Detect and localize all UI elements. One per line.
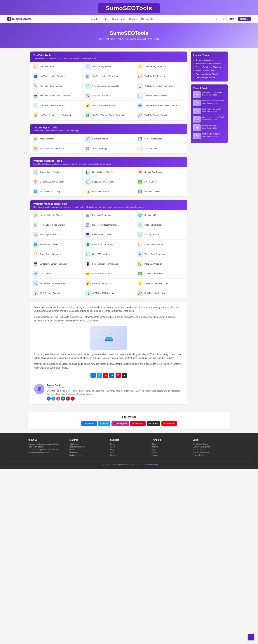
social-share-button[interactable]: P <box>115 372 121 378</box>
tool-item[interactable]: 📉 YouTube Channel Statistics <box>30 101 83 110</box>
brand[interactable]: S SumoSEOTools <box>7 17 32 21</box>
nav-levels[interactable]: Levels ▾ <box>91 18 100 20</box>
author-social-button[interactable]: P <box>71 396 75 400</box>
tool-item[interactable]: ✏️ YouTube Title Generator <box>30 81 83 91</box>
popular-tool-item[interactable]: Adsense Calculator <box>193 58 225 62</box>
tool-item[interactable]: 🌐 What Is My Browser <box>30 240 83 249</box>
tool-item[interactable]: 🏆 Domain Authority Checker <box>30 177 83 187</box>
footer-col-link[interactable]: Changelog <box>69 451 106 454</box>
login-button[interactable]: Login <box>226 17 236 21</box>
tool-item[interactable]: ✅ DA PA Checker <box>135 177 187 187</box>
social-share-button[interactable]: t <box>97 372 102 378</box>
tool-item[interactable]: 🏷️ Meta Tag Generator <box>135 220 187 230</box>
tool-item[interactable]: 🔎 DNS Records Checker <box>135 288 187 298</box>
tool-item[interactable]: 📑 Text Compare <box>135 144 187 154</box>
footer-col-link[interactable]: Terms & Conditions <box>193 451 230 454</box>
footer-col-link[interactable]: Nunc nibh nisl, gravida non ipsum eu. <box>28 448 65 450</box>
recent-post-item[interactable]: 🏠 Where does it come from? December 24, … <box>193 116 225 122</box>
footer-col-link[interactable]: Portfolio <box>152 446 189 448</box>
tool-item[interactable]: 🖥️ What Is My Screen Resolution <box>30 259 83 269</box>
recent-post-item[interactable]: 🏠 The storms of the waves December 24, 2… <box>193 91 225 98</box>
footer-col-link[interactable]: Forums <box>152 454 189 456</box>
tool-item[interactable]: 🔍 Google Index Checker <box>30 167 83 177</box>
tool-item[interactable]: 📊 Moz Rank Checker <box>83 187 135 196</box>
author-social-button[interactable]: t <box>51 396 55 400</box>
social-share-button[interactable]: ● <box>122 372 127 378</box>
tool-item[interactable]: 💳 Credit Card Generator <box>83 269 135 278</box>
recent-post-item[interactable]: 🏠 Lovely and cosy apartment December 24,… <box>193 100 225 106</box>
nav-report[interactable]: Report Links <box>112 18 125 20</box>
tool-item[interactable]: 💾 Google Cache Checker <box>83 167 135 177</box>
tool-item[interactable]: 🔑 Keyword Density Checker <box>30 210 83 220</box>
tool-item[interactable]: 💰 Adsense Calculator <box>83 278 135 288</box>
footer-col-link[interactable]: FAQ <box>110 448 148 450</box>
tool-item[interactable]: ✅ Credit Card Validator <box>135 269 187 278</box>
social-share-button[interactable]: ▶ <box>103 372 108 378</box>
social-share-button[interactable]: in <box>109 372 114 378</box>
tool-item[interactable]: 👤 What Is My User Agent <box>83 240 135 249</box>
tool-item[interactable]: { } JSON to JSON Schema <box>83 288 135 298</box>
tool-item[interactable]: ☁️ Hosting Checker <box>135 230 187 240</box>
follow-button[interactable]: fFacebook <box>81 421 97 426</box>
tool-item[interactable]: 📊 YouTube Video Statistics <box>135 91 187 101</box>
footer-col-link[interactable]: Vestibulum ante ipsum primis ut lorem. <box>28 443 65 445</box>
footer-col-link[interactable]: Search <box>110 451 148 454</box>
tool-item[interactable]: 💰 YouTube Money Calculator <box>83 101 135 110</box>
tool-item[interactable]: 📱 Screen Resolution Simulator <box>83 259 135 269</box>
popular-tool-item[interactable]: Domain Authority Checker <box>193 72 225 76</box>
author-social-button[interactable]: ▶ <box>66 396 70 400</box>
nav-lang[interactable]: 🇺🇸 English ▾ <box>141 18 155 20</box>
author-social-button[interactable]: f <box>47 396 51 400</box>
tool-item[interactable]: 🔄 URL Rewriting Tool <box>135 134 187 144</box>
footer-col-link[interactable]: Feugiat condimentum velit. <box>28 451 65 454</box>
footer-col-link[interactable]: Partners with lobotis <box>69 446 106 448</box>
dark-mode-icon[interactable]: 🌙 <box>220 17 225 21</box>
follow-button[interactable]: 📷Instagram <box>111 421 129 426</box>
recent-post-item[interactable]: 🏠 Why do we use it? December 24, 2023 <box>193 124 225 131</box>
footer-col-link[interactable]: Blog <box>152 448 189 450</box>
footer-col-link[interactable]: Knowledge Center <box>193 443 230 445</box>
tool-item[interactable]: 📊 Open Graph Checker <box>135 240 187 249</box>
tool-item[interactable]: ↪️ Redirect Checker <box>135 187 187 196</box>
tool-item[interactable]: 📡 HTTP Status Code Checker <box>30 220 83 230</box>
footer-col-link[interactable]: Privacy Policy <box>193 454 230 456</box>
popular-tool-item[interactable]: Domain Age Checker <box>193 76 225 79</box>
tool-item[interactable]: #️⃣ Text to Hashtags <box>83 144 135 154</box>
author-social-button[interactable]: g <box>56 396 60 400</box>
footer-col-link[interactable]: Custom Development <box>193 446 230 448</box>
footer-col-link[interactable]: Contact Support <box>69 454 106 456</box>
tool-item[interactable]: 🌐 Whois Domain Lookup <box>30 187 83 196</box>
tool-item[interactable]: 📈 Open Graph Generator <box>30 249 83 259</box>
tool-item[interactable]: 🖼️ YouTube Channel Banner Downloader <box>83 110 135 120</box>
tool-item[interactable]: ❓ FAQ Schema Generator <box>30 288 83 298</box>
tool-item[interactable]: ✍️ Article Rewriter <box>30 134 83 144</box>
footer-col-link[interactable]: Home <box>110 443 148 445</box>
tool-item[interactable]: 🔗 Backlink Checker <box>83 134 135 144</box>
nav-blog[interactable]: Blog <box>103 18 108 20</box>
footer-col-link[interactable]: Help Center <box>69 443 106 445</box>
footer-col-link[interactable]: Events <box>152 451 189 454</box>
tool-item[interactable]: 🌐 YouTube Region Restriction Checker <box>135 101 187 110</box>
tool-item[interactable]: 🤖 Robots.txt Generator <box>83 210 135 220</box>
social-share-button[interactable]: f <box>90 372 96 378</box>
tool-item[interactable]: 🔬 Meta Tags Analyzer <box>30 230 83 240</box>
tool-item[interactable]: 🔗 URL Opener <box>30 269 83 278</box>
tool-item[interactable]: 🖼️ YouTube Channel Logo Downloader <box>30 110 83 120</box>
tool-item[interactable]: 🔎 YouTube Channel Search <box>135 110 187 120</box>
tool-item[interactable]: 🔀 Backwards Text Generator <box>30 144 83 154</box>
footer-col-link[interactable]: Fuelit setsit lobotis. <box>28 446 65 448</box>
tool-item[interactable]: 💻 YouTube Embed Code Generator <box>30 91 83 101</box>
follow-button[interactable]: ▶YouTube <box>161 421 177 426</box>
tool-item[interactable]: 🔵 YouTube Hashtag Extractor <box>30 72 83 81</box>
tool-item[interactable]: ⚡ YouTube Tag Generator <box>135 62 187 72</box>
tool-item[interactable]: 📋 YouTube Description Generator <box>135 81 187 91</box>
footer-col-link[interactable]: Status <box>69 448 106 450</box>
author-social-button[interactable]: in <box>61 396 65 400</box>
popular-tool-item[interactable]: WordPress Theme Detector <box>193 62 225 65</box>
tool-item[interactable]: 📐 Page Size Checker <box>135 259 187 269</box>
tool-item[interactable]: 🐦 Twitter Card Generator <box>135 249 187 259</box>
search-icon[interactable]: 🔍 <box>214 17 219 21</box>
tool-item[interactable]: 📝 YouTube Title Extractor <box>135 72 187 81</box>
follow-button[interactable]: PPinterest <box>130 421 146 426</box>
register-button[interactable]: Register <box>238 17 251 21</box>
